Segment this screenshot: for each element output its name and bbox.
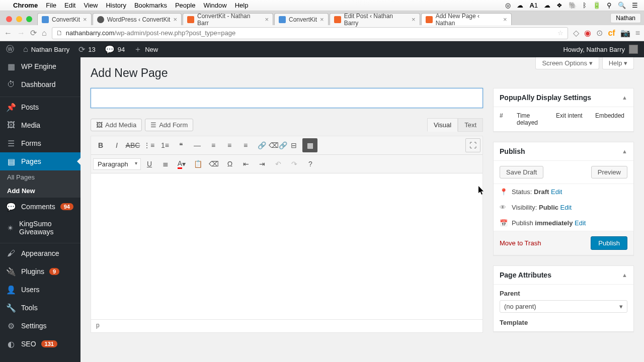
- chrome-profile[interactable]: Nathan: [610, 13, 641, 23]
- preview-button[interactable]: Preview: [591, 166, 627, 178]
- maximize-window-icon[interactable]: [26, 16, 32, 22]
- menu-icon[interactable]: ☰: [632, 2, 638, 9]
- status-icon[interactable]: ❖: [556, 2, 562, 9]
- ext-icon[interactable]: cf: [608, 29, 615, 38]
- unlink-button[interactable]: ⌫🔗: [270, 138, 285, 152]
- submenu-add-new[interactable]: Add New: [0, 184, 80, 198]
- fullscreen-button[interactable]: ⛶: [465, 138, 480, 152]
- help-button[interactable]: Help ▾: [602, 57, 634, 69]
- menu-view[interactable]: View: [84, 2, 98, 9]
- menu-help[interactable]: Help: [235, 2, 249, 9]
- post-title-input[interactable]: [91, 88, 483, 108]
- sidebar-item-appearance[interactable]: 🖌Appearance: [0, 244, 80, 262]
- app-name[interactable]: Chrome: [13, 2, 38, 9]
- close-tab-icon[interactable]: ×: [173, 16, 177, 23]
- avatar[interactable]: [629, 45, 638, 54]
- sidebar-item-media[interactable]: 🖾Media: [0, 116, 80, 134]
- browser-tab[interactable]: ConvertKit×: [37, 13, 92, 25]
- star-icon[interactable]: ☆: [557, 29, 564, 37]
- battery-icon[interactable]: 🔋: [593, 2, 601, 9]
- toolbar-toggle-button[interactable]: ▦: [302, 138, 317, 152]
- chrome-menu-icon[interactable]: ≡: [635, 29, 640, 38]
- ext-icon[interactable]: ◉: [584, 28, 591, 38]
- wifi-icon[interactable]: ⚲: [607, 2, 612, 9]
- menu-people[interactable]: People: [175, 2, 195, 9]
- browser-tab[interactable]: Edit Post ‹ Nathan Barry×: [330, 13, 420, 25]
- menu-bookmarks[interactable]: Bookmarks: [134, 2, 167, 9]
- minimize-window-icon[interactable]: [16, 16, 22, 22]
- paste-button[interactable]: 📋: [190, 157, 205, 171]
- screen-options-button[interactable]: Screen Options ▾: [535, 57, 599, 69]
- sidebar-item-forms[interactable]: ☰Forms: [0, 134, 80, 152]
- reload-button[interactable]: ⟳: [30, 28, 37, 38]
- menu-file[interactable]: File: [46, 2, 56, 9]
- close-tab-icon[interactable]: ×: [265, 16, 269, 23]
- publish-button[interactable]: Publish: [591, 236, 627, 250]
- align-right-button[interactable]: ≡: [238, 138, 253, 152]
- status-icon[interactable]: A1: [529, 2, 538, 9]
- hr-button[interactable]: —: [190, 138, 205, 152]
- align-center-button[interactable]: ≡: [222, 138, 237, 152]
- spotlight-icon[interactable]: 🔍: [618, 2, 626, 9]
- indent-button[interactable]: ⇥: [255, 157, 270, 171]
- edit-schedule-link[interactable]: Edit: [575, 219, 586, 227]
- bluetooth-icon[interactable]: ᛒ: [583, 2, 587, 9]
- align-left-button[interactable]: ≡: [206, 138, 221, 152]
- edit-status-link[interactable]: Edit: [551, 188, 562, 196]
- new-link[interactable]: ＋New: [134, 44, 158, 55]
- browser-tab-active[interactable]: Add New Page ‹ Nathan×: [421, 13, 512, 25]
- close-tab-icon[interactable]: ×: [83, 16, 87, 23]
- outdent-button[interactable]: ⇤: [238, 157, 254, 171]
- bold-button[interactable]: B: [93, 138, 108, 152]
- sidebar-item-users[interactable]: 👤Users: [0, 281, 80, 299]
- numbered-list-button[interactable]: 1≡: [157, 138, 173, 152]
- comments-link[interactable]: 💬94: [105, 45, 125, 54]
- close-tab-icon[interactable]: ×: [320, 16, 324, 23]
- trash-link[interactable]: Move to Trash: [500, 239, 541, 247]
- ext-icon[interactable]: ◇: [573, 28, 579, 38]
- back-button[interactable]: ←: [4, 29, 12, 38]
- tab-visual[interactable]: Visual: [427, 118, 458, 132]
- url-input[interactable]: 🗋 nathanbarry.com/wp-admin/post-new.php?…: [52, 27, 569, 39]
- textcolor-button[interactable]: A▾: [174, 157, 189, 171]
- add-media-button[interactable]: 🖾Add Media: [91, 119, 142, 131]
- close-tab-icon[interactable]: ×: [412, 16, 416, 23]
- updates-link[interactable]: ⟳13: [78, 45, 95, 54]
- ext-icon[interactable]: ⊙: [596, 28, 603, 38]
- toggle-icon[interactable]: ▲: [622, 148, 627, 154]
- toggle-icon[interactable]: ▲: [622, 95, 627, 101]
- forward-button[interactable]: →: [17, 29, 25, 38]
- sidebar-item-kingsumo[interactable]: ✴KingSumo Giveaways: [0, 216, 80, 240]
- sidebar-item-seo[interactable]: ◐SEO131: [0, 335, 80, 353]
- browser-tab[interactable]: ConvertKit - Nathan Barr×: [183, 13, 273, 25]
- strike-button[interactable]: ABC: [125, 138, 140, 152]
- special-char-button[interactable]: Ω: [222, 157, 237, 171]
- close-window-icon[interactable]: [6, 16, 12, 22]
- status-icon[interactable]: ☁: [544, 2, 550, 9]
- site-link[interactable]: ⌂Nathan Barry: [23, 45, 69, 54]
- format-select[interactable]: Paragraph: [93, 158, 141, 170]
- redo-button[interactable]: ↷: [287, 157, 302, 171]
- menu-window[interactable]: Window: [203, 2, 226, 9]
- sidebar-item-tools[interactable]: 🔧Tools: [0, 299, 80, 317]
- undo-button[interactable]: ↶: [271, 157, 286, 171]
- sidebar-item-dashboard[interactable]: ⏱Dashboard: [0, 75, 80, 94]
- underline-button[interactable]: U: [142, 157, 157, 171]
- blockquote-button[interactable]: ❝: [174, 138, 189, 152]
- status-icon[interactable]: ◎: [505, 2, 511, 9]
- tab-text[interactable]: Text: [458, 118, 483, 132]
- wp-logo-icon[interactable]: ⓦ: [6, 44, 14, 55]
- sidebar-item-pages[interactable]: ▤Pages: [0, 152, 80, 170]
- menu-edit[interactable]: Edit: [64, 2, 75, 9]
- sidebar-item-comments[interactable]: 💬Comments94: [0, 198, 80, 216]
- bullet-list-button[interactable]: ⋮≡: [141, 138, 156, 152]
- save-draft-button[interactable]: Save Draft: [500, 166, 543, 178]
- sidebar-item-settings[interactable]: ⚙Settings: [0, 317, 80, 335]
- submenu-all-pages[interactable]: All Pages: [0, 170, 80, 184]
- status-icon[interactable]: ☁: [517, 2, 523, 9]
- howdy-text[interactable]: Howdy, Nathan Barry: [563, 46, 625, 53]
- parent-select[interactable]: (no parent): [500, 300, 627, 313]
- browser-tab[interactable]: ConvertKit×: [274, 13, 329, 25]
- help-icon[interactable]: ?: [303, 157, 318, 171]
- menu-history[interactable]: History: [106, 2, 126, 9]
